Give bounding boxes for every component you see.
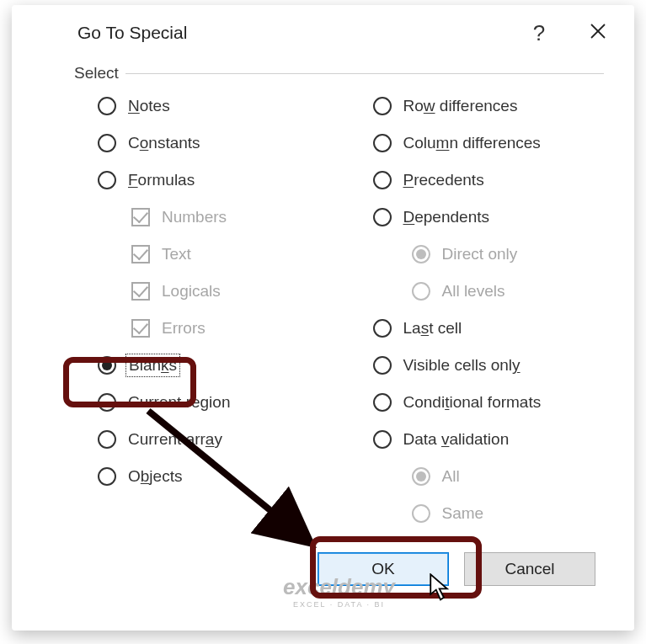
radio-icon (98, 356, 116, 375)
suboption-errors: Errors (74, 310, 329, 347)
option-data-validation[interactable]: Data validation (350, 421, 605, 458)
option-label: Formulas (128, 171, 195, 189)
option-label: Visible cells only (403, 356, 521, 375)
option-visible-cells[interactable]: Visible cells only (350, 347, 605, 384)
option-label: Dependents (403, 208, 489, 226)
option-label: Numbers (162, 208, 227, 226)
option-label: Text (162, 245, 191, 263)
close-button[interactable] (569, 11, 627, 55)
radio-icon (98, 467, 116, 486)
option-label: Notes (128, 97, 170, 115)
option-label: All (442, 467, 460, 486)
option-label: Errors (162, 319, 206, 338)
radio-icon (412, 245, 430, 263)
option-current-region[interactable]: Current region (74, 384, 329, 421)
option-label: Current array (128, 430, 222, 449)
suboption-logicals: Logicals (74, 273, 329, 310)
radio-icon (98, 393, 116, 412)
dialog-title: Go To Special (77, 23, 510, 43)
titlebar: Go To Special ? (44, 7, 634, 59)
option-label: Objects (128, 467, 182, 486)
option-objects[interactable]: Objects (74, 458, 329, 495)
button-row: OK Cancel (74, 532, 604, 594)
radio-icon (373, 171, 392, 189)
option-label: Current region (128, 393, 230, 412)
radio-icon (412, 504, 430, 523)
go-to-special-dialog: Go To Special ? Select Notes (44, 7, 634, 631)
option-constants[interactable]: Constants (74, 125, 329, 162)
option-label: Blanks (128, 356, 178, 375)
option-label: All levels (442, 282, 505, 301)
option-label: Same (442, 504, 484, 523)
cancel-button[interactable]: Cancel (464, 552, 595, 586)
option-label: Data validation (403, 430, 510, 449)
option-dependents[interactable]: Dependents (350, 199, 605, 236)
left-column: Notes Constants Formulas Numbers (74, 88, 329, 532)
close-icon (590, 23, 606, 44)
radio-icon (373, 208, 392, 226)
suboption-same: Same (350, 495, 605, 532)
radio-icon (373, 356, 392, 375)
checkbox-icon (131, 245, 150, 263)
option-last-cell[interactable]: Last cell (350, 310, 605, 347)
suboption-all-levels: All levels (350, 273, 605, 310)
option-notes[interactable]: Notes (74, 88, 329, 125)
radio-icon (373, 393, 392, 412)
suboption-text: Text (74, 236, 329, 273)
suboption-direct-only: Direct only (350, 236, 605, 273)
group-divider (74, 73, 604, 74)
radio-icon (412, 282, 430, 301)
option-label: Row differences (403, 97, 518, 115)
option-precedents[interactable]: Precedents (350, 162, 605, 199)
help-icon: ? (533, 20, 545, 46)
radio-icon (373, 319, 392, 338)
radio-icon (98, 134, 116, 152)
radio-icon (98, 97, 116, 115)
right-column: Row differences Column differences Prece… (350, 88, 605, 532)
option-label: Constants (128, 134, 200, 152)
option-label: Last cell (403, 319, 462, 338)
radio-icon (98, 171, 116, 189)
option-blanks[interactable]: Blanks (74, 347, 329, 384)
radio-icon (373, 430, 392, 449)
help-button[interactable]: ? (510, 11, 569, 55)
option-label: Direct only (442, 245, 518, 263)
option-label: Precedents (403, 171, 484, 189)
group-label: Select (74, 64, 125, 82)
option-formulas[interactable]: Formulas (74, 162, 329, 199)
suboption-numbers: Numbers (74, 199, 329, 236)
checkbox-icon (131, 319, 150, 338)
suboption-all: All (350, 458, 605, 495)
radio-icon (373, 134, 392, 152)
option-label: Logicals (162, 282, 221, 301)
option-column-differences[interactable]: Column differences (350, 125, 605, 162)
radio-icon (98, 430, 116, 449)
radio-icon (412, 467, 430, 486)
option-row-differences[interactable]: Row differences (350, 88, 605, 125)
ok-button[interactable]: OK (318, 552, 449, 586)
checkbox-icon (131, 208, 150, 226)
option-current-array[interactable]: Current array (74, 421, 329, 458)
option-label: Conditional formats (403, 393, 542, 412)
option-label: Column differences (403, 134, 541, 152)
option-conditional-formats[interactable]: Conditional formats (350, 384, 605, 421)
radio-icon (373, 97, 392, 115)
checkbox-icon (131, 282, 150, 301)
